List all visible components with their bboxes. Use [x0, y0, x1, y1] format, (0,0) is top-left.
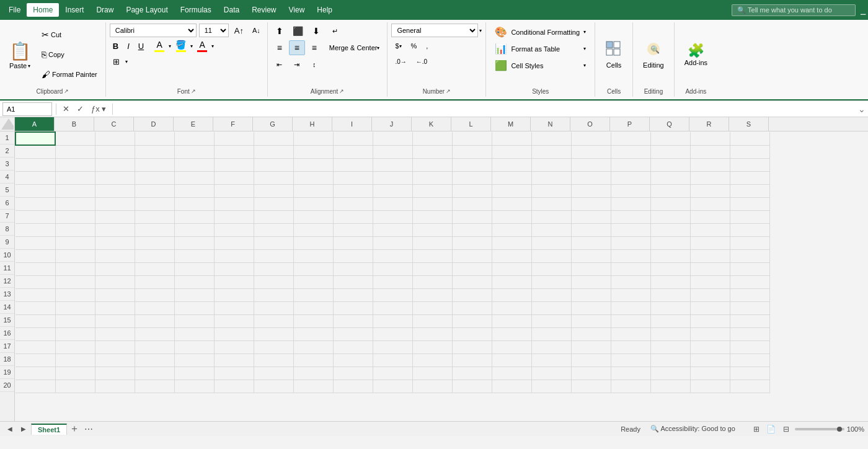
- cell-H9[interactable]: [293, 236, 333, 249]
- cell-A2[interactable]: [16, 145, 55, 158]
- cell-R13[interactable]: [690, 288, 730, 301]
- cell-G10[interactable]: [254, 249, 293, 262]
- col-header-E[interactable]: E: [174, 117, 213, 131]
- cell-B2[interactable]: [55, 145, 95, 158]
- fill-color-button[interactable]: 🪣: [174, 39, 188, 53]
- cell-L19[interactable]: [452, 367, 492, 380]
- cell-L9[interactable]: [452, 236, 492, 249]
- menu-view[interactable]: View: [283, 3, 311, 17]
- cell-S15[interactable]: [730, 314, 769, 327]
- menu-home[interactable]: Home: [27, 3, 59, 17]
- cell-F8[interactable]: [214, 223, 254, 236]
- cell-L17[interactable]: [452, 340, 492, 353]
- col-header-F[interactable]: F: [213, 117, 253, 131]
- cell-M6[interactable]: [492, 197, 531, 210]
- col-header-L[interactable]: L: [451, 117, 491, 131]
- cell-reference-box[interactable]: A1: [2, 102, 52, 116]
- cell-P7[interactable]: [611, 210, 650, 223]
- cell-R19[interactable]: [690, 367, 730, 380]
- cell-C9[interactable]: [95, 236, 135, 249]
- cell-E18[interactable]: [174, 353, 214, 367]
- menu-help[interactable]: Help: [311, 3, 339, 17]
- font-name-select[interactable]: Calibri: [110, 24, 197, 37]
- col-header-O[interactable]: O: [570, 117, 610, 131]
- cell-N16[interactable]: [531, 327, 571, 340]
- cell-R2[interactable]: [690, 145, 730, 158]
- cell-O13[interactable]: [571, 288, 611, 301]
- cell-K2[interactable]: [412, 145, 452, 158]
- cell-Q15[interactable]: [650, 314, 690, 327]
- cell-S10[interactable]: [730, 249, 769, 262]
- cell-H2[interactable]: [293, 145, 333, 158]
- cell-O8[interactable]: [571, 223, 611, 236]
- fill-color-dropdown-icon[interactable]: ▾: [190, 43, 193, 49]
- cell-P9[interactable]: [611, 236, 650, 249]
- cell-H16[interactable]: [293, 327, 333, 340]
- cell-N11[interactable]: [531, 262, 571, 275]
- cell-S12[interactable]: [730, 275, 769, 288]
- cell-B6[interactable]: [55, 197, 95, 210]
- menu-page-layout[interactable]: Page Layout: [120, 3, 174, 17]
- cell-A5[interactable]: [16, 184, 55, 197]
- cell-S3[interactable]: [730, 158, 769, 171]
- cell-E15[interactable]: [174, 314, 214, 327]
- col-header-G[interactable]: G: [253, 117, 293, 131]
- cell-K7[interactable]: [412, 210, 452, 223]
- format-painter-button[interactable]: 🖌 Format Painter: [40, 69, 99, 80]
- cell-I7[interactable]: [333, 210, 373, 223]
- cell-O17[interactable]: [571, 340, 611, 353]
- col-header-R[interactable]: R: [689, 117, 729, 131]
- cell-Q4[interactable]: [650, 171, 690, 184]
- cell-B18[interactable]: [55, 353, 95, 367]
- row-number-15[interactable]: 15: [0, 314, 14, 327]
- cell-P15[interactable]: [611, 314, 650, 327]
- cell-N5[interactable]: [531, 184, 571, 197]
- cell-E7[interactable]: [174, 210, 214, 223]
- align-center-button[interactable]: ≡: [289, 40, 305, 55]
- cell-E8[interactable]: [174, 223, 214, 236]
- cell-Q3[interactable]: [650, 158, 690, 171]
- cell-O20[interactable]: [571, 380, 611, 393]
- row-number-18[interactable]: 18: [0, 353, 14, 366]
- top-align-button[interactable]: ⬆: [272, 24, 288, 38]
- cell-P11[interactable]: [611, 262, 650, 275]
- cell-G6[interactable]: [254, 197, 293, 210]
- cell-J3[interactable]: [373, 158, 412, 171]
- col-header-C[interactable]: C: [94, 117, 134, 131]
- cell-I6[interactable]: [333, 197, 373, 210]
- cell-L6[interactable]: [452, 197, 492, 210]
- cell-N15[interactable]: [531, 314, 571, 327]
- cell-L4[interactable]: [452, 171, 492, 184]
- cell-S11[interactable]: [730, 262, 769, 275]
- cell-P8[interactable]: [611, 223, 650, 236]
- cell-C20[interactable]: [95, 380, 135, 393]
- cell-O11[interactable]: [571, 262, 611, 275]
- cell-F11[interactable]: [214, 262, 254, 275]
- sheet-nav-left-button[interactable]: ◀: [4, 424, 16, 435]
- cell-Q20[interactable]: [650, 380, 690, 393]
- cell-K13[interactable]: [412, 288, 452, 301]
- cell-R11[interactable]: [690, 262, 730, 275]
- cell-N8[interactable]: [531, 223, 571, 236]
- cell-H17[interactable]: [293, 340, 333, 353]
- cell-I14[interactable]: [333, 301, 373, 314]
- cell-A16[interactable]: [16, 327, 55, 340]
- align-left-button[interactable]: ≡: [272, 40, 288, 55]
- cell-G15[interactable]: [254, 314, 293, 327]
- cell-F1[interactable]: [214, 132, 254, 145]
- cell-I16[interactable]: [333, 327, 373, 340]
- cell-M9[interactable]: [492, 236, 531, 249]
- cell-C6[interactable]: [95, 197, 135, 210]
- alignment-expand-icon[interactable]: ↗: [339, 88, 344, 94]
- cell-I4[interactable]: [333, 171, 373, 184]
- cell-I13[interactable]: [333, 288, 373, 301]
- cell-N20[interactable]: [531, 380, 571, 393]
- cell-H6[interactable]: [293, 197, 333, 210]
- cell-S16[interactable]: [730, 327, 769, 340]
- paste-button[interactable]: 📋 Paste ▾: [4, 24, 36, 86]
- cell-C19[interactable]: [95, 367, 135, 380]
- cell-P17[interactable]: [611, 340, 650, 353]
- cell-P5[interactable]: [611, 184, 650, 197]
- cell-L16[interactable]: [452, 327, 492, 340]
- cell-O15[interactable]: [571, 314, 611, 327]
